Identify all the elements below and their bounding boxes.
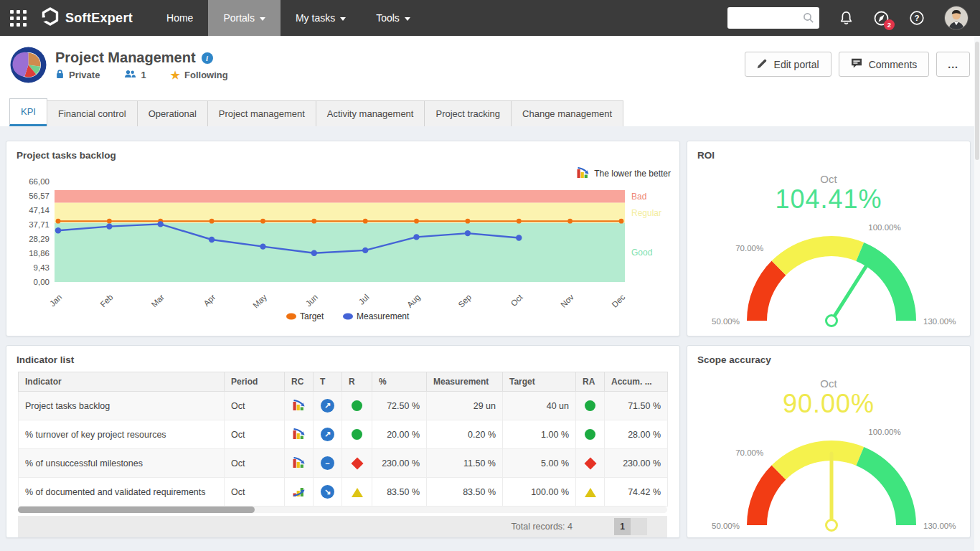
column-header[interactable]: T (314, 372, 342, 392)
search-input[interactable] (732, 9, 804, 27)
gauge-period: Oct (687, 173, 970, 185)
user-avatar[interactable] (944, 6, 969, 30)
tab-kpi[interactable]: KPI (9, 98, 47, 126)
chevron-down-icon (260, 17, 265, 21)
pending-tasks-icon[interactable]: 2 (873, 10, 890, 27)
scope-gauge: 50.00%130.00%70.00%100.00% (692, 429, 966, 542)
tab-activity-management[interactable]: Activity management (316, 100, 425, 126)
cell-tendency: ↗ (314, 392, 342, 420)
edit-portal-button[interactable]: Edit portal (745, 52, 831, 77)
svg-text:Oct: Oct (509, 292, 525, 308)
pagination-page-1[interactable]: 1 (614, 518, 631, 535)
cell-indicator: % turnover of key project resources (19, 420, 225, 449)
tendency-flat-icon: − (321, 456, 334, 470)
column-header[interactable]: Target (503, 372, 576, 392)
svg-text:Measurement: Measurement (357, 311, 410, 321)
page-scrollbar-thumb[interactable] (975, 42, 979, 160)
roi-gauge-panel: ROI Oct 104.41% 50.00%130.00%70.00%100.0… (687, 141, 971, 336)
svg-text:Aug: Aug (405, 293, 422, 309)
backlog-line-chart: 66,0056,5747,1437,7128,2918,869,430,00Ba… (15, 171, 672, 328)
nav-item-my-tasks[interactable]: My tasks (281, 0, 361, 36)
svg-text:Jan: Jan (48, 293, 64, 309)
table-row[interactable]: % turnover of key project resources Oct … (19, 420, 668, 449)
pagination-next[interactable] (631, 518, 647, 535)
total-records-label: Total records: 4 (512, 522, 573, 532)
svg-text:0,00: 0,00 (34, 278, 50, 286)
tab-change-management[interactable]: Change management (511, 100, 623, 126)
column-header[interactable]: RA (576, 372, 605, 392)
cell-target: 5.00 % (503, 449, 576, 478)
navbar-right: 2 ? (727, 6, 969, 30)
svg-text:Feb: Feb (98, 293, 115, 309)
tab-project-management[interactable]: Project management (207, 100, 316, 126)
table-horizontal-scrollbar-thumb[interactable] (18, 507, 255, 513)
column-header[interactable]: R (342, 372, 372, 392)
svg-text:100.00%: 100.00% (868, 429, 900, 436)
cell-percent: 230.00 % (372, 449, 427, 478)
pencil-icon (757, 58, 768, 71)
cell-period: Oct (225, 478, 285, 507)
comment-icon (851, 58, 862, 70)
status-green-circle (585, 400, 595, 411)
cell-rc (285, 420, 314, 449)
following-toggle[interactable]: ★ Following (171, 70, 228, 80)
column-header[interactable]: Period (225, 372, 285, 392)
table-row[interactable]: Project tasks backlog Oct ↗ 72.50 % 29 u… (19, 392, 668, 420)
cell-percent: 83.50 % (372, 478, 427, 507)
svg-text:50.00%: 50.00% (712, 317, 740, 326)
cell-indicator: % of documented and validated requiremen… (19, 478, 225, 507)
nav-item-home[interactable]: Home (151, 0, 208, 36)
notifications-bell-icon[interactable] (839, 10, 854, 26)
svg-text:?: ? (914, 14, 919, 22)
column-header[interactable]: Measurement (427, 372, 503, 392)
cell-rc (285, 478, 314, 507)
status-green-circle (352, 429, 362, 440)
column-header[interactable]: RC (285, 372, 314, 392)
tab-financial-control[interactable]: Financial control (47, 100, 138, 126)
svg-text:Mar: Mar (150, 293, 166, 309)
tab-project-tracking[interactable]: Project tracking (424, 100, 512, 126)
search-icon[interactable] (803, 12, 814, 27)
svg-text:Jul: Jul (357, 293, 371, 306)
table-horizontal-scrollbar-track[interactable] (18, 507, 667, 513)
table-row[interactable]: % of documented and validated requiremen… (19, 478, 668, 507)
nav-item-portals[interactable]: Portals (208, 0, 281, 36)
more-options-button[interactable]: ... (936, 52, 970, 77)
tendency-up-icon: ↗ (321, 399, 334, 413)
tab-operational[interactable]: Operational (137, 100, 208, 126)
info-icon[interactable]: i (202, 52, 213, 64)
nav-item-tools[interactable]: Tools (361, 0, 425, 36)
users-icon (124, 70, 136, 80)
cell-percent: 20.00 % (372, 420, 427, 449)
table-footer: Total records: 4 1 (18, 516, 667, 537)
roi-gauge: 50.00%130.00%70.00%100.00% (692, 225, 966, 338)
svg-text:70.00%: 70.00% (735, 448, 763, 457)
app-grid-icon[interactable] (10, 10, 27, 27)
table-row[interactable]: % of unsuccessful milestones Oct − 230.0… (19, 449, 668, 478)
status-green-circle (585, 429, 595, 440)
cell-measurement: 83.50 % (427, 478, 503, 507)
help-icon[interactable]: ? (909, 10, 925, 26)
cell-percent: 72.50 % (372, 392, 427, 420)
svg-text:Nov: Nov (559, 293, 575, 309)
column-header[interactable]: Accum. ... (605, 372, 668, 392)
cell-rc (285, 449, 314, 478)
svg-text:Dec: Dec (610, 293, 626, 309)
gauge-period: Oct (687, 377, 970, 390)
page-scrollbar-track[interactable] (974, 36, 980, 551)
column-header[interactable]: % (372, 372, 427, 392)
column-header[interactable]: Indicator (19, 372, 225, 392)
cell-accum: 28.00 % (605, 420, 668, 449)
page-title: Project Management (55, 50, 196, 66)
cell-measurement: 29 un (427, 392, 503, 420)
svg-text:Jun: Jun (304, 293, 320, 309)
status-yellow-triangle (585, 488, 596, 497)
indicator-table: IndicatorPeriodRCTR%MeasurementTargetRAA… (18, 372, 668, 507)
svg-text:28,29: 28,29 (29, 235, 50, 243)
search-box (727, 7, 819, 29)
cell-result-status (342, 420, 372, 449)
status-green-circle (352, 400, 362, 411)
comments-button[interactable]: Comments (839, 52, 930, 77)
privacy-status: Private (55, 69, 100, 81)
softexpert-logo[interactable]: SoftExpert (41, 7, 133, 29)
